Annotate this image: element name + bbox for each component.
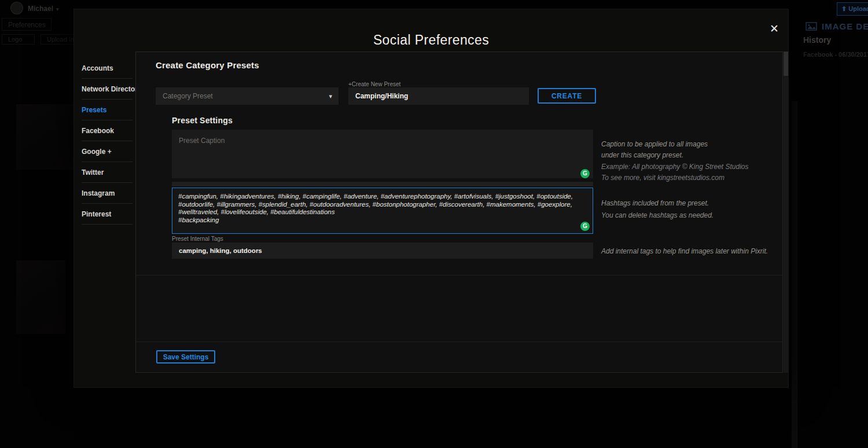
- user-menu[interactable]: Michael▾: [28, 5, 59, 13]
- sidebar-item-google-plus[interactable]: Google +: [82, 141, 133, 162]
- history-title: History: [803, 35, 831, 45]
- hashtags-help-note-1: Hashtags included from the preset.: [601, 198, 792, 209]
- sidebar-item-presets[interactable]: Presets: [82, 100, 133, 120]
- grammarly-icon[interactable]: G: [580, 222, 590, 231]
- sidebar-item-accounts[interactable]: Accounts: [82, 58, 133, 79]
- sidebar-item-facebook[interactable]: Facebook: [82, 120, 133, 141]
- user-name: Michael: [28, 5, 53, 13]
- upload-images-button[interactable]: Upload Images: [41, 34, 74, 45]
- preset-internal-tags-label: Preset Internal Tags: [172, 236, 223, 242]
- save-settings-button[interactable]: Save Settings: [156, 350, 215, 363]
- background-thumbnail: [16, 260, 65, 334]
- category-preset-value: Category Preset: [163, 92, 213, 100]
- preferences-sidebar: Accounts Network Director Presets Facebo…: [82, 58, 133, 225]
- sidebar-item-instagram[interactable]: Instagram: [82, 183, 133, 204]
- modal-title: Social Preferences: [74, 32, 788, 48]
- sidebar-item-twitter[interactable]: Twitter: [82, 162, 133, 183]
- history-entry: Facebook - 06/30/2017 -: [803, 51, 868, 58]
- new-preset-input[interactable]: [348, 87, 529, 105]
- empty-field-strip: [172, 182, 593, 186]
- create-new-preset-label: +Create New Preset: [348, 81, 400, 87]
- caption-help-note: Caption to be applied to all images unde…: [601, 139, 792, 161]
- grammarly-icon[interactable]: G: [580, 169, 590, 178]
- background-panel-edge: [792, 101, 797, 448]
- image-icon: [806, 22, 817, 31]
- preset-caption-textarea[interactable]: [172, 130, 593, 178]
- section-divider: [136, 341, 782, 342]
- logo-button[interactable]: Logo: [2, 34, 35, 45]
- image-details-title: IMAGE DETAILS: [822, 21, 868, 31]
- chevron-down-icon: ▾: [329, 87, 332, 105]
- upload-icon: ⬆: [841, 5, 847, 12]
- internal-tags-input[interactable]: [172, 243, 593, 259]
- app-screen: Michael▾ Preferences Logo Upload Images …: [0, 0, 868, 448]
- sidebar-item-pinterest[interactable]: Pinterest: [82, 204, 133, 225]
- caption-example-note: Example: All photography © King Street S…: [601, 161, 792, 183]
- internal-tags-help-note: Add internal tags to help find images la…: [601, 246, 810, 257]
- section-divider: [136, 275, 782, 276]
- background-thumbnail: [16, 104, 74, 170]
- hashtags-help-note-2: You can delete hashtags as needed.: [601, 210, 792, 221]
- presets-panel: Create Category Presets Category Preset …: [135, 52, 783, 373]
- preferences-menu-item[interactable]: Preferences: [2, 18, 52, 31]
- modal-scrollbar: [784, 52, 788, 373]
- social-preferences-modal: Social Preferences ✕ Accounts Network Di…: [73, 9, 789, 388]
- sidebar-item-network-director[interactable]: Network Director: [82, 79, 133, 100]
- avatar[interactable]: [10, 2, 23, 14]
- preset-settings-heading: Preset Settings: [172, 116, 233, 125]
- category-preset-dropdown[interactable]: Category Preset ▾: [156, 87, 339, 105]
- upload-button[interactable]: ⬆ Upload: [837, 2, 868, 16]
- create-category-presets-heading: Create Category Presets: [156, 60, 259, 70]
- close-icon[interactable]: ✕: [770, 23, 779, 34]
- caret-down-icon: ▾: [56, 6, 59, 12]
- preset-hashtags-textarea[interactable]: [172, 188, 593, 234]
- scrollbar-thumb[interactable]: [784, 52, 788, 76]
- create-button[interactable]: CREATE: [538, 88, 596, 104]
